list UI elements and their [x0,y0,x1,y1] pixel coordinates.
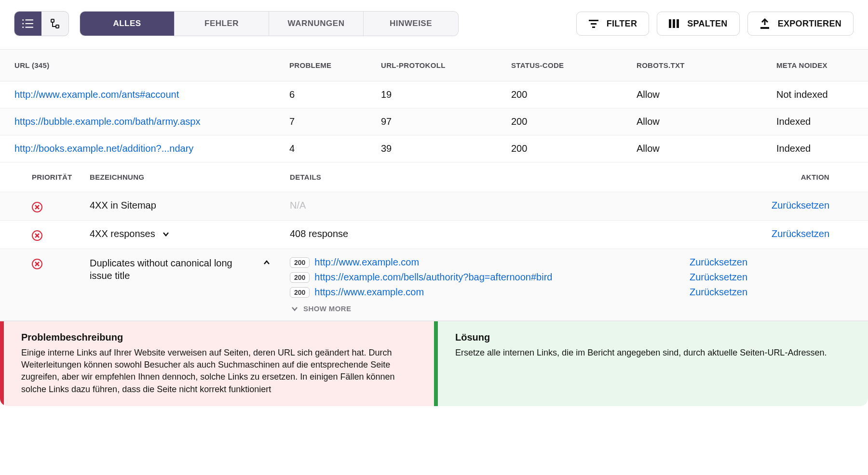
dup-url-link[interactable]: https://example.com/bells/authority?bag=… [314,272,552,283]
row-protocol: 39 [381,143,511,154]
filter-button[interactable]: FILTER [576,12,649,36]
issue-row: 4XX responses 408 response Zurücksetzen [0,221,868,249]
dup-url-link[interactable]: http://www.example.com [314,257,419,268]
table-body: http://www.example.com/ants#account 6 19… [0,81,868,162]
col-url[interactable]: URL (345) [14,61,289,69]
reset-link[interactable]: Zurücksetzen [772,228,829,239]
filter-icon [588,19,599,28]
row-url-link[interactable]: http://www.example.com/ants#account [14,89,179,100]
svg-point-4 [22,23,24,24]
chevron-down-icon[interactable] [162,228,170,239]
svg-rect-7 [56,25,59,28]
table-header: URL (345) PROBLEME URL-PROTOKOLL STATUS-… [0,49,868,81]
svg-rect-12 [673,19,675,28]
list-view-button[interactable] [14,12,41,36]
svg-rect-6 [51,19,54,22]
filter-tabs: ALLES FEHLER WARNUNGEN HINWEISE [80,12,458,36]
issue-details: 408 response [290,228,348,239]
columns-label: SPALTEN [687,19,727,29]
table-row: http://books.example.net/addition?...nda… [0,135,868,162]
show-more-label: SHOW MORE [303,304,351,313]
tab-warnings[interactable]: WARNUNGEN [269,12,364,36]
issue-label: Duplicates without canonical long issue … [90,257,256,282]
problem-title: Problembeschreibung [21,332,410,343]
row-url-link[interactable]: http://books.example.net/addition?...nda… [14,143,193,154]
svg-rect-8 [589,20,598,21]
row-robots: Allow [637,116,776,127]
status-badge: 200 [290,257,310,268]
reset-link[interactable]: Zurücksetzen [690,287,747,297]
row-noindex: Indexed [776,143,854,154]
error-icon [32,259,42,269]
solution-panel: Lösung Ersetze alle internen Links, die … [434,321,868,406]
reset-link[interactable]: Zurücksetzen [690,272,747,282]
duplicate-urls: 200 http://www.example.com Zurücksetzen … [290,257,772,313]
row-protocol: 19 [381,89,511,100]
tree-view-button[interactable] [41,12,68,36]
tab-errors[interactable]: FEHLER [175,12,269,36]
reset-link[interactable]: Zurücksetzen [690,257,747,267]
list-icon [22,18,34,29]
solution-body: Ersetze alle internen Links, die im Beri… [455,347,844,359]
issue-label: 4XX in Sitemap [90,200,156,211]
columns-icon [669,19,679,28]
export-label: EXPORTIEREN [778,19,841,29]
problem-panel: Problembeschreibung Einige interne Links… [0,321,434,406]
svg-rect-10 [592,26,595,28]
svg-rect-11 [669,19,671,28]
svg-point-5 [22,26,24,28]
error-icon [32,202,42,212]
issue-row: 4XX in Sitemap N/A Zurücksetzen [0,192,868,221]
chevron-down-icon [291,306,298,312]
row-status: 200 [511,116,637,127]
col-status[interactable]: STATUS-CODE [511,61,637,69]
error-icon [32,230,42,241]
tree-icon [49,18,61,29]
issues-body: 4XX in Sitemap N/A Zurücksetzen 4XX resp… [0,192,868,321]
col-priority: PRIORITÄT [32,173,90,181]
row-protocol: 97 [381,116,511,127]
issue-label: 4XX responses [90,228,155,239]
col-label: BEZEICHNUNG [90,173,290,181]
issue-row: Duplicates without canonical long issue … [0,249,868,321]
tab-all[interactable]: ALLES [80,12,175,36]
row-noindex: Not indexed [776,89,854,100]
view-toggle [14,12,68,36]
reset-link[interactable]: Zurücksetzen [772,200,829,211]
tab-notes[interactable]: HINWEISE [364,12,458,36]
row-problems: 4 [289,143,381,154]
row-status: 200 [511,143,637,154]
svg-rect-13 [677,19,679,28]
chevron-up-icon[interactable] [263,257,271,268]
columns-button[interactable]: SPALTEN [657,12,739,36]
row-status: 200 [511,89,637,100]
row-robots: Allow [637,89,776,100]
row-problems: 7 [289,116,381,127]
export-icon [760,18,770,29]
status-badge: 200 [290,287,310,298]
col-noindex[interactable]: META NOIDEX [776,61,854,69]
issues-header: PRIORITÄT BEZEICHNUNG DETAILS AKTION [0,162,868,192]
solution-title: Lösung [455,332,844,343]
col-action: AKTION [772,173,854,181]
row-url-link[interactable]: https://bubble.example.com/bath/army.asp… [14,116,200,127]
issue-details: N/A [290,200,306,211]
col-robots[interactable]: ROBOTS.TXT [637,61,776,69]
table-row: http://www.example.com/ants#account 6 19… [0,81,868,108]
filter-label: FILTER [607,19,637,29]
col-problems[interactable]: PROBLEME [289,61,381,69]
row-problems: 6 [289,89,381,100]
col-details: DETAILS [290,173,772,181]
problem-body: Einige interne Links auf Ihrer Website v… [21,347,410,396]
show-more-button[interactable]: SHOW MORE [291,304,772,313]
svg-point-3 [22,19,24,21]
status-badge: 200 [290,272,310,283]
dup-url-link[interactable]: https://www.example.com [314,287,424,298]
table-row: https://bubble.example.com/bath/army.asp… [0,108,868,135]
export-button[interactable]: EXPORTIEREN [747,12,854,36]
info-panels: Problembeschreibung Einige interne Links… [0,321,868,406]
col-protocol[interactable]: URL-PROTOKOLL [381,61,511,69]
row-noindex: Indexed [776,116,854,127]
row-robots: Allow [637,143,776,154]
svg-rect-9 [591,23,597,25]
